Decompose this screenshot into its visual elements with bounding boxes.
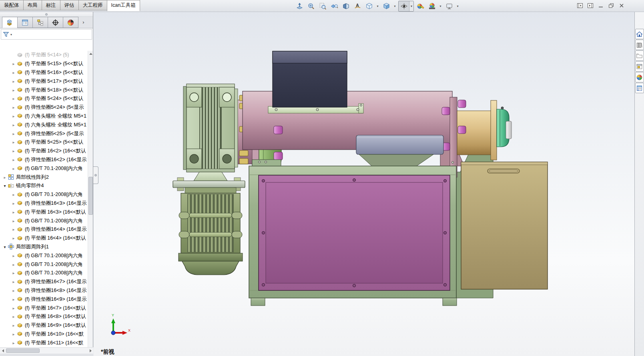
taskpane-tab-home[interactable] xyxy=(635,29,644,39)
expand-arrow-icon[interactable]: ▸ xyxy=(11,96,16,101)
restore-button[interactable] xyxy=(608,2,615,9)
ribbon-tab[interactable]: 标注 xyxy=(42,0,60,10)
expand-arrow-icon[interactable]: ▸ xyxy=(11,123,16,127)
collapse-left-pane-button[interactable] xyxy=(576,2,584,9)
apply-scene-dropdown[interactable]: ▾ xyxy=(438,1,443,11)
previous-view-button[interactable] xyxy=(329,1,339,11)
minimize-button[interactable] xyxy=(597,2,604,9)
tree-item[interactable]: ▾镜向零部件4 xyxy=(0,182,88,190)
model-motor-cover[interactable] xyxy=(273,51,347,107)
view-orientation-button[interactable] xyxy=(364,1,374,11)
zoom-area-button[interactable] xyxy=(317,1,328,11)
expand-arrow-icon[interactable]: ▸ xyxy=(11,332,16,336)
tab-feature-tree[interactable] xyxy=(2,17,18,28)
tree-item[interactable]: ▸(f) 弹性垫圈16<8> (16<显示 xyxy=(0,286,88,295)
horizontal-scroll-thumb[interactable] xyxy=(6,348,40,353)
expand-arrow-icon[interactable]: ▸ xyxy=(11,132,16,136)
expand-arrow-icon[interactable]: ▸ xyxy=(11,219,16,223)
ribbon-tab[interactable]: 大工程师 xyxy=(78,0,107,10)
expand-arrow-icon[interactable]: ▸ xyxy=(11,192,16,197)
tree-item[interactable]: ▸(f) 平垫圈 5<16> (5<<默认 xyxy=(0,68,88,77)
ribbon-tab[interactable]: 装配体 xyxy=(0,0,24,10)
collapse-arrow-icon[interactable]: ▾ xyxy=(2,245,8,249)
tree-item[interactable]: ▸(f) 弹性垫圈16<3> (16<显示 xyxy=(0,199,88,208)
tree-item[interactable]: ▸(f) 弹性垫圈16<2> (16<显示 xyxy=(0,156,88,164)
expand-arrow-icon[interactable]: ▸ xyxy=(11,70,16,75)
expand-arrow-icon[interactable]: ▸ xyxy=(11,323,16,328)
tree-item[interactable]: ▸(f) 平垫圈 5<24> (5<<默认 xyxy=(0,94,88,103)
taskpane-tab-appearances[interactable] xyxy=(635,72,644,82)
tree-item[interactable]: ▸(f) 六角头螺栓 全螺纹 M5×1 xyxy=(0,112,88,121)
expand-arrow-icon[interactable]: ▸ xyxy=(11,114,16,118)
tree-item[interactable]: ▾局部圆周阵列1 xyxy=(0,243,88,252)
tree-vertical-scrollbar[interactable] xyxy=(88,51,93,356)
tree-item[interactable]: ▸(f) GB/T 70.1-2008[内六角 xyxy=(0,251,88,260)
view-orientation-dropdown[interactable]: ▾ xyxy=(375,1,380,11)
zoom-fit-button[interactable] xyxy=(306,1,316,11)
expand-arrow-icon[interactable]: ▸ xyxy=(11,105,16,110)
taskpane-tab-view-palette[interactable] xyxy=(635,61,644,72)
expand-arrow-icon[interactable]: ▸ xyxy=(11,288,16,293)
tree-item[interactable]: ▸(f) 平垫圈 16<9> (16<<默认 xyxy=(0,321,88,330)
tab-property-manager[interactable] xyxy=(17,17,33,28)
expand-arrow-icon[interactable]: ▸ xyxy=(11,201,16,206)
model-side-door[interactable] xyxy=(461,162,548,289)
display-style-button[interactable] xyxy=(381,1,391,11)
model-motor[interactable] xyxy=(173,178,245,275)
panel-splitter-vertical[interactable] xyxy=(93,166,98,184)
tree-item[interactable]: ▸(f) GB/T 70.1-2008[内六角 xyxy=(0,260,88,269)
tree-item[interactable]: ▸(f) 弹性垫圈16<7> (16<显示 xyxy=(0,278,88,286)
model-end-flange[interactable] xyxy=(450,97,457,177)
hide-show-items-button[interactable] xyxy=(399,1,409,11)
expand-arrow-icon[interactable]: ▸ xyxy=(11,254,16,258)
tree-item[interactable]: ▸局部线性阵列2 xyxy=(0,173,88,182)
view-settings-dropdown[interactable]: ▾ xyxy=(455,1,460,11)
tree-item[interactable]: ▸(f) 弹性垫圈16<4> (16<显示 xyxy=(0,225,88,234)
tree-item[interactable]: ▸(f) GB/T 70.1-2008[内六角 xyxy=(0,190,88,199)
tree-item[interactable]: ▸(f) GB/T 70.1-2008[内六角 xyxy=(0,269,88,278)
tree-item[interactable]: ▸(f) 平垫圈 16<4> (16<<默认 xyxy=(0,234,88,243)
scroll-up-arrow[interactable] xyxy=(88,51,93,56)
tree-item[interactable]: ▸(f) 平垫圈 16<3> (16<<默认 xyxy=(0,208,88,216)
tree-item[interactable]: ▸(f) 平垫圈 16<7> (16<<默认 xyxy=(0,304,88,312)
tree-item[interactable]: ▸(f) 平垫圈 5<15> (5<<默认 xyxy=(0,60,88,68)
tree-item[interactable]: ▸(f) 六角头螺栓 全螺纹 M5×1 xyxy=(0,120,88,129)
expand-arrow-icon[interactable]: ▸ xyxy=(11,341,16,345)
vertical-scroll-thumb[interactable] xyxy=(88,177,93,215)
tree-item[interactable]: ▸(f) 弹性垫圈5<25> (5<显示 xyxy=(0,129,88,138)
model-gearmotor[interactable] xyxy=(183,84,238,181)
tab-display-manager[interactable] xyxy=(63,17,78,28)
more-tabs-arrow[interactable]: › xyxy=(78,17,88,28)
expand-arrow-icon[interactable]: ▸ xyxy=(11,306,16,310)
expand-arrow-icon[interactable]: ▸ xyxy=(11,149,16,153)
tree-item[interactable]: (f) 平垫圈 5<14> (5) xyxy=(0,51,88,60)
view-settings-button[interactable] xyxy=(444,1,454,11)
tree-item[interactable]: ▸(f) 平垫圈 5<25> (5<<默认 xyxy=(0,138,88,147)
taskpane-tab-custom-properties[interactable] xyxy=(635,83,644,93)
ribbon-tab[interactable]: 布局 xyxy=(23,0,42,10)
ribbon-tab[interactable]: Ican工具箱 xyxy=(107,0,140,11)
filter-dropdown[interactable]: ▾ xyxy=(10,33,12,36)
tree-item[interactable]: ▸(f) 平垫圈 16<10> (16<<默 xyxy=(0,330,88,339)
collapse-right-pane-button[interactable] xyxy=(587,2,594,9)
tree-item[interactable]: ▸(f) 平垫圈 5<17> (5<<默认 xyxy=(0,77,88,86)
model-discharge-chute[interactable] xyxy=(356,135,443,167)
hide-show-items-dropdown[interactable]: ▾ xyxy=(409,1,413,11)
expand-arrow-icon[interactable]: ▸ xyxy=(11,62,16,66)
model-base-frame[interactable] xyxy=(249,160,457,306)
expand-arrow-icon[interactable]: ▸ xyxy=(11,314,16,319)
tree-item[interactable]: ▸(f) GB/T 70.1-2008[内六角 xyxy=(0,216,88,225)
tree-item[interactable]: ▸(f) 平垫圈 16<11> (16<<默 xyxy=(0,338,88,347)
graphics-area[interactable]: Y X *前视 xyxy=(94,12,634,356)
expand-arrow-icon[interactable]: ▸ xyxy=(11,271,16,275)
tab-dimxpert[interactable] xyxy=(48,17,63,28)
scroll-right-arrow[interactable] xyxy=(88,348,93,354)
expand-arrow-icon[interactable]: ▸ xyxy=(11,262,16,267)
expand-arrow-icon[interactable]: ▸ xyxy=(11,88,16,92)
tree-item[interactable]: ▸(f) 弹性垫圈16<9> (16<显示 xyxy=(0,295,88,304)
tree-item[interactable]: ▸(f) 平垫圈 16<8> (16<<默认 xyxy=(0,312,88,321)
tab-configuration-manager[interactable] xyxy=(32,17,48,28)
tree-item[interactable]: ▸(f) 平垫圈 16<2> (16<<默认 xyxy=(0,147,88,156)
expand-arrow-icon[interactable]: ▸ xyxy=(11,236,16,240)
expand-arrow-icon[interactable]: ▸ xyxy=(11,297,16,302)
